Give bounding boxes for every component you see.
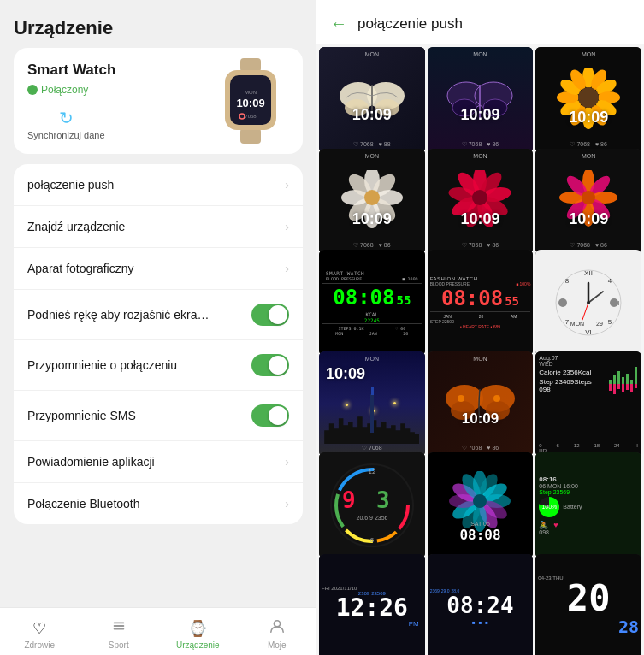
svg-point-31 bbox=[578, 87, 599, 108]
nav-item-health[interactable]: ♡ Zdrowie bbox=[0, 614, 80, 650]
watch-svg: MON 10:09 7068 bbox=[216, 58, 285, 144]
svg-point-50 bbox=[472, 190, 487, 205]
svg-text:7: 7 bbox=[565, 318, 570, 326]
device-icon: ⌚ bbox=[188, 619, 207, 638]
menu-item-reminder-label: Przypomnienie o połączeniu bbox=[27, 358, 177, 372]
svg-text:3: 3 bbox=[376, 487, 390, 513]
watchface-13[interactable]: 9 3 12 6 20.6 9 2356 bbox=[319, 452, 425, 558]
menu-arrow-notifications: › bbox=[285, 455, 289, 469]
watchface-9[interactable]: XII III VI IX 8 4 7 5 29 MON bbox=[535, 250, 641, 356]
menu-arrow-push: › bbox=[285, 178, 289, 192]
svg-text:12: 12 bbox=[368, 468, 375, 475]
device-card: Smart Watch Połączony ↻ Synchronizuj dan… bbox=[14, 48, 303, 154]
nav-item-me[interactable]: Moje bbox=[238, 613, 317, 650]
svg-text:20.6  9  2356: 20.6 9 2356 bbox=[356, 515, 387, 521]
menu-item-find-label: Znajdź urządzenie bbox=[27, 220, 125, 233]
svg-point-77 bbox=[610, 298, 618, 307]
menu-arrow-bluetooth: › bbox=[285, 497, 289, 510]
me-svg bbox=[269, 618, 285, 634]
svg-text:MON: MON bbox=[245, 90, 257, 95]
svg-rect-93 bbox=[617, 384, 620, 389]
analog-clock-svg: XII III VI IX 8 4 7 5 29 MON bbox=[550, 264, 627, 341]
health-icon: ♡ bbox=[32, 619, 46, 638]
sync-area[interactable]: ↻ Synchronizuj dane bbox=[27, 108, 105, 140]
svg-point-82 bbox=[458, 395, 464, 402]
menu-item-reminder[interactable]: Przypomnienie o połączeniu bbox=[14, 340, 303, 391]
right-panel: ← połączenie push M bbox=[316, 0, 644, 655]
menu-item-camera[interactable]: Aparat fotograficzny › bbox=[14, 248, 303, 290]
right-panel-title: połączenie push bbox=[357, 15, 463, 32]
svg-rect-90 bbox=[635, 367, 637, 384]
menu-item-notifications-label: Powiadomienie aplikacji bbox=[27, 455, 155, 469]
svg-point-83 bbox=[493, 395, 500, 402]
menu-item-raise[interactable]: Podnieś rękę aby rozjaśnić ekra… bbox=[14, 290, 303, 340]
svg-rect-92 bbox=[613, 384, 616, 394]
watchface-6[interactable]: MON 10:09 ♡ 7068 ♥ 86 bbox=[535, 149, 641, 255]
svg-rect-0 bbox=[240, 58, 261, 72]
watchface-16[interactable]: FRI 2021/11/10 236923569 12:26 PM bbox=[319, 554, 425, 656]
toggle-raise[interactable] bbox=[251, 304, 289, 326]
watchface-5[interactable]: MON 10:09 ♡ 7068 ♥ 86 bbox=[428, 149, 534, 255]
svg-text:29: 29 bbox=[596, 321, 603, 327]
toggle-reminder[interactable] bbox=[251, 354, 289, 376]
sport-svg bbox=[111, 618, 127, 634]
watchface-12[interactable]: Aug.07 WED Calorie 2356Kcal Step 23469St… bbox=[535, 351, 641, 457]
left-scroll: Smart Watch Połączony ↻ Synchronizuj dan… bbox=[0, 48, 316, 655]
svg-rect-94 bbox=[622, 384, 624, 392]
svg-rect-84 bbox=[609, 380, 612, 384]
sport-icon bbox=[111, 618, 127, 638]
device-name: Smart Watch bbox=[27, 62, 115, 79]
watchface-15[interactable]: 08:16 06 MON 16:00 Step 23569 100% Batte… bbox=[535, 452, 641, 558]
menu-item-sms[interactable]: Przypomnienie SMS bbox=[14, 391, 303, 441]
connection-status: Połączony bbox=[27, 84, 88, 96]
svg-rect-87 bbox=[622, 377, 624, 384]
nav-label-me: Moje bbox=[268, 640, 287, 650]
sync-label: Synchronizuj dane bbox=[27, 130, 105, 140]
svg-rect-95 bbox=[626, 384, 629, 390]
watchface-7[interactable]: SMART WATCH BLOOD PRESSURE■ 100% 08:08 5… bbox=[319, 250, 425, 356]
status-dot bbox=[27, 85, 38, 95]
city-light-1 bbox=[346, 404, 348, 406]
svg-text:10:09: 10:09 bbox=[236, 97, 264, 109]
svg-rect-86 bbox=[617, 371, 620, 384]
menu-item-push[interactable]: połączenie push › bbox=[14, 164, 303, 206]
sync-icon: ↻ bbox=[59, 108, 74, 128]
status-label: Połączony bbox=[41, 84, 88, 96]
watchface-17[interactable]: 236929.028.0 08:24 ■■■ bbox=[428, 554, 534, 656]
watchface-3[interactable]: MON 10:09 ♡ 7068 ♥ 86 bbox=[535, 47, 641, 153]
svg-rect-1 bbox=[240, 128, 261, 144]
watchface-18[interactable]: 04-23 THU 20 28 bbox=[535, 554, 641, 656]
nav-item-sport[interactable]: Sport bbox=[80, 613, 159, 650]
watchface-11[interactable]: MON 10:09 ♡ 7068 ♥ 86 bbox=[428, 351, 534, 457]
menu-item-bluetooth-label: Połączenie Bluetooth bbox=[27, 497, 140, 510]
menu-item-notifications[interactable]: Powiadomienie aplikacji › bbox=[14, 441, 303, 483]
me-icon bbox=[269, 618, 285, 638]
svg-point-40 bbox=[364, 190, 380, 205]
menu-section: połączenie push › Znajdź urządzenie › Ap… bbox=[14, 164, 303, 524]
activity-chart bbox=[608, 358, 638, 401]
back-button[interactable]: ← bbox=[330, 14, 347, 33]
svg-text:MON: MON bbox=[570, 321, 584, 327]
watchface-4[interactable]: MON 10:09 ♡ 7068 ♥ 86 bbox=[319, 149, 425, 255]
svg-text:7068: 7068 bbox=[245, 114, 257, 119]
svg-text:9: 9 bbox=[342, 487, 356, 513]
city-light-3 bbox=[393, 402, 396, 404]
svg-text:XII: XII bbox=[584, 269, 593, 277]
nav-item-device[interactable]: ⌚ Urządzenie bbox=[158, 614, 238, 650]
page-title: Urządzenie bbox=[0, 0, 316, 48]
svg-text:4: 4 bbox=[608, 277, 612, 285]
svg-text:VI: VI bbox=[585, 328, 592, 336]
menu-arrow-find: › bbox=[285, 220, 289, 233]
watchface-8[interactable]: FASHION WATCH BLOOD PRESSURE■ 100% 08:08… bbox=[428, 250, 534, 356]
watchface-1[interactable]: MON 10:09 ♡ 7068 ♥ 88 bbox=[319, 47, 425, 153]
menu-item-find[interactable]: Znajdź urządzenie › bbox=[14, 206, 303, 248]
watchface-14[interactable]: SAT 05 08:08 bbox=[428, 452, 534, 558]
svg-text:5: 5 bbox=[608, 318, 612, 326]
svg-point-8 bbox=[274, 621, 280, 627]
svg-rect-96 bbox=[630, 384, 633, 392]
watchface-10[interactable]: MON 10:09 ♡ 7068 bbox=[319, 351, 425, 457]
menu-item-bluetooth[interactable]: Połączenie Bluetooth › bbox=[14, 483, 303, 524]
toggle-sms[interactable] bbox=[251, 404, 289, 427]
watchface-2[interactable]: MON 10:09 ♡ 7068 ♥ 86 bbox=[428, 47, 534, 153]
menu-item-camera-label: Aparat fotograficzny bbox=[27, 262, 134, 275]
